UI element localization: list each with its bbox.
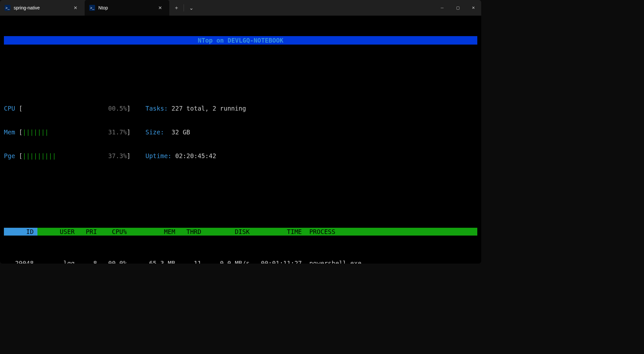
col-proc[interactable]: PROCESS bbox=[302, 228, 477, 236]
table-row[interactable]: 29048lgq800.0%65.3 MB110.0 MB/s00:01:11:… bbox=[4, 259, 477, 264]
col-mem[interactable]: MEM bbox=[127, 228, 175, 236]
cpu-meter: CPU[ 00.5%] Tasks: 227 total, 2 running bbox=[4, 104, 477, 112]
process-list: 29048lgq800.0%65.3 MB110.0 MB/s00:01:11:… bbox=[4, 259, 477, 264]
mem-meter: Mem[||||||| 31.7%] Size: 32 GB bbox=[4, 128, 477, 136]
col-pri[interactable]: PRI bbox=[75, 228, 97, 236]
tab-dropdown-button[interactable]: ⌄ bbox=[184, 0, 198, 16]
minimize-button[interactable]: ─ bbox=[434, 0, 450, 16]
col-cpu[interactable]: CPU% bbox=[97, 228, 127, 236]
col-thrd[interactable]: THRD bbox=[175, 228, 201, 236]
tab-title: spring-native bbox=[14, 5, 68, 10]
powershell-icon: >_ bbox=[5, 5, 10, 11]
col-id[interactable]: ID bbox=[4, 228, 37, 236]
powershell-icon: >_ bbox=[89, 5, 95, 11]
tab-spring-native[interactable]: >_ spring-native ✕ bbox=[0, 0, 85, 16]
col-user[interactable]: USER bbox=[37, 228, 75, 236]
pge-meter: Pge[||||||||| 37.3%] Uptime: 02:20:45:42 bbox=[4, 152, 477, 160]
col-time[interactable]: TIME bbox=[250, 228, 302, 236]
close-button[interactable]: ✕ bbox=[466, 0, 481, 16]
banner: NTop on DEVLGQ-NOTEBOOK bbox=[4, 36, 477, 45]
terminal-content[interactable]: NTop on DEVLGQ-NOTEBOOK CPU[ 00.5%] Task… bbox=[0, 16, 481, 264]
titlebar: >_ spring-native ✕ >_ Ntop ✕ ＋ ⌄ ─ ▢ ✕ bbox=[0, 0, 481, 16]
tab-title: Ntop bbox=[98, 5, 152, 10]
meters: CPU[ 00.5%] Tasks: 227 total, 2 running … bbox=[4, 89, 477, 176]
col-disk[interactable]: DISK bbox=[201, 228, 250, 236]
maximize-button[interactable]: ▢ bbox=[450, 0, 466, 16]
close-icon[interactable]: ✕ bbox=[156, 3, 165, 12]
tab-ntop[interactable]: >_ Ntop ✕ bbox=[85, 0, 169, 16]
table-header: ID USER PRI CPU% MEM THRD DISK TIME PROC… bbox=[4, 228, 477, 236]
close-icon[interactable]: ✕ bbox=[71, 3, 80, 12]
new-tab-button[interactable]: ＋ bbox=[169, 0, 184, 16]
